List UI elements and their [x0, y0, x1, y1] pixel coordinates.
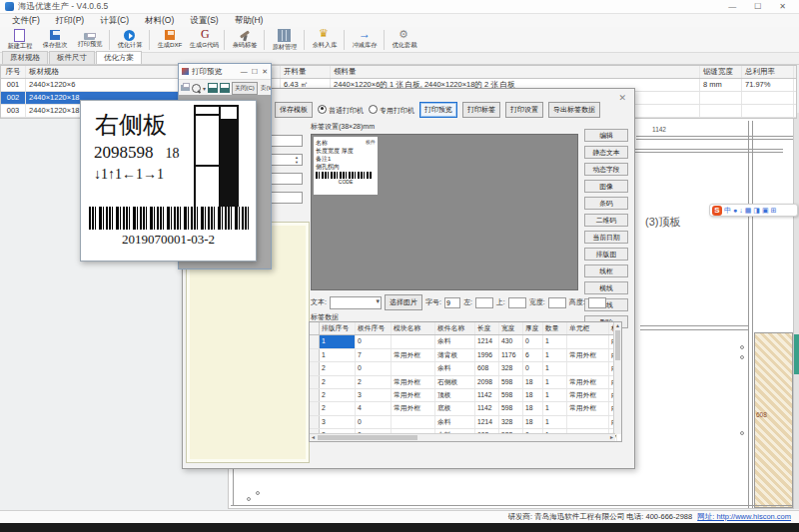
ime-toolbar[interactable]: S 中 ● ↓ ▦ ◨ ▣ ⊞	[709, 204, 798, 217]
preview-minimize-button[interactable]: —	[241, 68, 248, 76]
export-label-data-button[interactable]: 导出标签数据	[548, 102, 600, 118]
print-setup-button[interactable]: 打印设置	[505, 102, 543, 118]
image-tool-button[interactable]: 图像	[584, 180, 628, 193]
menu-file[interactable]: 文件(F)	[4, 14, 48, 28]
label-design-canvas[interactable]: 板件 名称 长度宽度 厚度 备注1 侧孔拐向 CODE	[311, 134, 578, 290]
save-template-button[interactable]: 保存模板	[275, 102, 313, 118]
ime-input-icon[interactable]: ↓	[739, 206, 743, 216]
static-text-tool-button[interactable]: 静态文本	[584, 146, 628, 159]
vendor-website-link[interactable]: 网址: http://www.hiscon.com	[697, 512, 791, 522]
deduct-stock-button[interactable]: 冲减库存	[347, 28, 382, 52]
preview-close-button[interactable]: ✕	[262, 68, 268, 76]
mock-remark-line: 备注1	[316, 155, 376, 163]
menu-help[interactable]: 帮助(H)	[227, 14, 272, 28]
maximize-button[interactable]: ☐	[754, 2, 761, 11]
table-vertical-scrollbar[interactable]: ▲	[613, 322, 621, 434]
text-label: 文本:	[311, 297, 327, 307]
pick-image-button[interactable]: 选择图片	[385, 294, 422, 310]
optimize-nesting-button[interactable]: 优化套裁	[387, 28, 421, 52]
menu-settings[interactable]: 设置(S)	[182, 14, 226, 28]
window-title: 海迅优速生产 - V4.0.6.5	[18, 1, 108, 13]
preview-close-action-button[interactable]: 关闭(C)	[232, 82, 258, 95]
page-layout-icon[interactable]	[220, 83, 230, 93]
current-date-tool-button[interactable]: 当前日期	[584, 231, 628, 244]
panel-edge-line	[640, 325, 748, 326]
element-properties-row: 文本: 选择图片 字号: 左: 上: 宽度: 高度:	[311, 294, 606, 310]
dynamic-field-tool-button[interactable]: 动态字段	[584, 163, 628, 176]
ime-toolbox-icon[interactable]: ▣	[762, 206, 769, 216]
generate-dxf-button[interactable]: 生成DXF	[152, 28, 187, 52]
dialog-print-preview-button[interactable]: 打印预览	[419, 102, 457, 118]
wireframe-tool-button[interactable]: 线框	[584, 265, 628, 277]
label-template-mock[interactable]: 板件 名称 长度宽度 厚度 备注1 侧孔拐向 CODE	[314, 137, 378, 195]
zoom-magnifier-icon[interactable]	[192, 84, 201, 93]
sheet-left-line	[233, 468, 234, 506]
data-row[interactable]: 17常用外框薄背板1996117661常用外框白板	[310, 349, 621, 362]
preview-maximize-button[interactable]: ☐	[252, 68, 258, 76]
print-icon[interactable]	[181, 85, 190, 91]
scroll-left-icon[interactable]: ◄	[311, 434, 316, 441]
zoom-dropdown-icon[interactable]: ▾	[203, 85, 206, 92]
data-row[interactable]: 22常用外框右侧板2098598181常用外框白板	[310, 376, 621, 389]
qrcode-tool-button[interactable]: 二维码	[584, 214, 628, 227]
printer-icon	[84, 33, 95, 40]
raw-material-button[interactable]: 原材管理	[267, 28, 302, 52]
generate-gcode-button[interactable]: 生成G代码	[187, 28, 222, 52]
side-dimension-label: 608	[756, 411, 767, 418]
top-input[interactable]	[508, 297, 526, 308]
data-row[interactable]: 30余料1214328181白板	[310, 416, 621, 429]
table-horizontal-scrollbar[interactable]: ◄ ►	[310, 433, 615, 441]
remnant-stock-button[interactable]: 余料入库	[307, 28, 342, 52]
barcode-tool-button[interactable]: 条码	[584, 197, 628, 210]
barcode-scanner-icon	[239, 29, 251, 41]
data-row[interactable]: 24常用外框底板1142598181常用外框白板	[310, 402, 621, 415]
scrollbar-thumb[interactable]	[794, 334, 799, 374]
tab-optimize-plan[interactable]: 优化方案	[96, 51, 142, 64]
tab-part-sizes[interactable]: 板件尺寸	[49, 51, 95, 64]
save-batch-button[interactable]: 保存批次	[37, 28, 72, 52]
menu-material[interactable]: 材料(O)	[137, 14, 182, 28]
text-combobox[interactable]	[330, 296, 382, 309]
height-input[interactable]	[588, 297, 606, 308]
toolbar-separator	[109, 30, 110, 50]
ime-skin-icon[interactable]: ◨	[753, 206, 760, 216]
data-row[interactable]: 20余料60832801白板	[310, 362, 621, 375]
ime-chinese-mode-icon[interactable]: 中	[724, 206, 731, 216]
spinner-down-icon[interactable]: ▼	[295, 161, 299, 165]
material-manage-icon	[278, 29, 291, 42]
printer-normal-radio[interactable]: 普通打印机	[318, 105, 364, 116]
barcode-label-button[interactable]: 条码标签	[227, 28, 262, 52]
panel-edge-line	[640, 329, 748, 330]
menu-print[interactable]: 打印(P)	[48, 14, 92, 28]
scrollbar-thumb[interactable]	[318, 435, 417, 440]
sogou-logo-icon[interactable]: S	[712, 206, 722, 216]
ime-keyboard-icon[interactable]: ▦	[745, 206, 752, 216]
left-input[interactable]	[475, 297, 493, 308]
dialog-close-icon[interactable]: ✕	[618, 93, 626, 103]
edit-tool-button[interactable]: 编辑	[584, 129, 628, 142]
data-row[interactable]: 23常用外框顶板1142598181常用外框白板	[310, 389, 621, 402]
hline-tool-button[interactable]: 横线	[584, 281, 628, 294]
printer-special-radio[interactable]: 专用打印机	[369, 105, 414, 116]
drill-hole	[740, 355, 744, 359]
data-row[interactable]: 10余料121443001白板	[310, 335, 621, 348]
layout-image-tool-button[interactable]: 排版图	[584, 248, 628, 261]
print-preview-button[interactable]: 打印预览	[72, 28, 107, 52]
menu-calc[interactable]: 计算(C)	[92, 14, 137, 28]
new-project-button[interactable]: 新建工程	[2, 28, 37, 52]
ime-punctuation-icon[interactable]: ●	[733, 206, 737, 216]
drawing-vertical-scrollbar[interactable]	[794, 113, 799, 509]
minimize-button[interactable]: —	[728, 2, 736, 11]
scrollbar-thumb[interactable]	[615, 330, 620, 360]
page-layout-icon[interactable]	[208, 83, 218, 93]
width-input[interactable]	[548, 297, 566, 308]
dxf-file-icon	[165, 30, 175, 40]
optimize-calc-button[interactable]: 优化计算	[112, 28, 147, 52]
tab-raw-specs[interactable]: 原材规格	[2, 51, 48, 64]
print-label-button[interactable]: 打印标签	[462, 102, 500, 118]
font-size-input[interactable]	[444, 297, 460, 308]
menu-bar: 文件(F) 打印(P) 计算(C) 材料(O) 设置(S) 帮助(H)	[0, 14, 799, 27]
ime-menu-icon[interactable]: ⊞	[771, 206, 777, 216]
close-button[interactable]: ✕	[779, 2, 786, 11]
scroll-right-icon[interactable]: ►	[609, 434, 614, 441]
